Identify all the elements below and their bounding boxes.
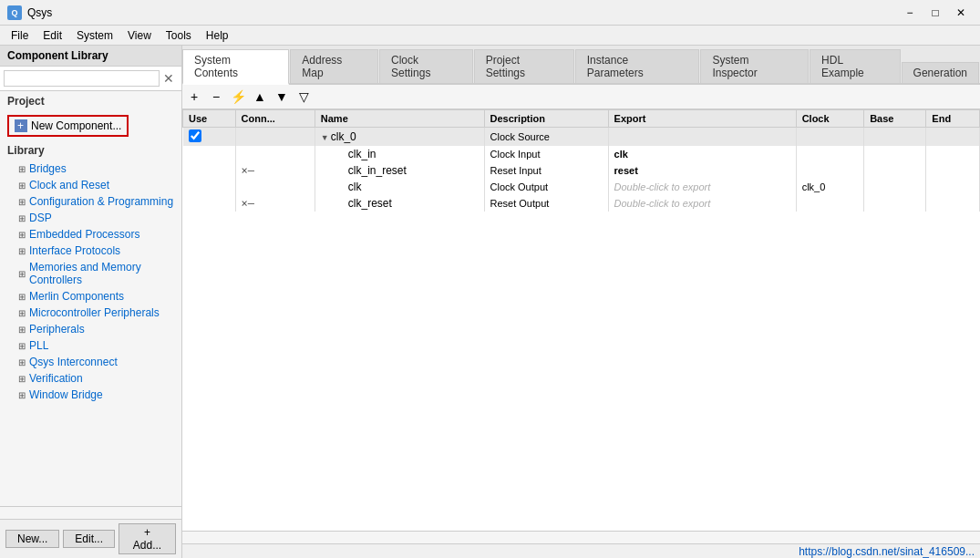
cell-description: Reset Input [484,162,608,179]
add-row-button[interactable]: + [184,87,204,107]
titlebar: Q Qsys − □ ✕ [0,0,980,26]
cell-conn [235,146,315,162]
project-section-label: Project [0,91,181,111]
edit-button[interactable]: Edit... [63,530,115,548]
cell-clock [796,128,864,147]
table-row: ×—clk_in_resetReset Inputreset [183,162,980,179]
add-button[interactable]: + Add... [119,523,176,554]
library-section-label: Library [0,140,181,160]
use-checkbox[interactable] [189,129,201,142]
library-item-merlin-components[interactable]: ⊞Merlin Components [0,288,181,305]
system-contents-table[interactable]: UseConn...NameDescriptionExportClockBase… [182,109,980,531]
cell-use[interactable] [183,128,236,147]
new-button[interactable]: New... [5,530,59,548]
menu-item-help[interactable]: Help [199,27,236,44]
cell-conn [235,128,315,147]
expand-icon: ⊞ [18,308,26,318]
menu-item-file[interactable]: File [4,27,36,44]
library-item-configuration--programming[interactable]: ⊞Configuration & Programming [0,193,181,210]
filter-button[interactable]: ▽ [294,87,314,107]
panel-title: Component Library [0,46,181,67]
library-item-qsys-interconnect[interactable]: ⊞Qsys Interconnect [0,354,181,370]
col-header-description: Description [484,110,608,128]
cell-use [183,146,236,162]
cell-name-text: clk_in [321,148,377,160]
cell-conn [235,179,315,195]
close-button[interactable]: ✕ [949,4,973,22]
svg-text:+: + [17,120,24,131]
maximize-button[interactable]: □ [923,4,947,22]
new-component-label: New Component... [31,119,121,132]
cell-clock [796,146,864,162]
library-tree: ⊞Bridges⊞Clock and Reset⊞Configuration &… [0,160,181,403]
table-header-row: UseConn...NameDescriptionExportClockBase… [183,110,980,128]
content-table: UseConn...NameDescriptionExportClockBase… [182,109,980,212]
expand-icon: ⊞ [18,292,26,302]
cell-end [926,146,980,162]
cell-export[interactable]: reset [608,162,796,179]
library-item-pll[interactable]: ⊞PLL [0,337,181,354]
search-input[interactable] [4,70,160,87]
cell-clock [796,162,864,179]
expand-icon: ⊞ [18,341,26,351]
cell-use [183,195,236,212]
cell-export[interactable]: Double-click to export [608,195,796,212]
table-header: UseConn...NameDescriptionExportClockBase… [183,110,980,128]
cell-base [864,179,926,195]
library-scroll[interactable]: Project + New Component... Library ⊞Brid… [0,91,181,506]
tab-clock-settings[interactable]: Clock Settings [379,49,473,83]
connect-button[interactable]: ⚡ [228,87,248,107]
library-item-dsp[interactable]: ⊞DSP [0,210,181,226]
library-item-bridges[interactable]: ⊞Bridges [0,160,181,177]
tab-system-contents[interactable]: System Contents [182,49,289,85]
library-item-embedded-processors[interactable]: ⊞Embedded Processors [0,226,181,243]
cell-export[interactable]: Double-click to export [608,179,796,195]
search-clear-button[interactable]: ✕ [160,71,178,86]
menu-item-view[interactable]: View [120,27,159,44]
tab-instance-parameters[interactable]: Instance Parameters [575,49,700,83]
tab-address-map[interactable]: Address Map [290,49,378,83]
cell-end [926,195,980,212]
bottom-scrollbar[interactable] [182,531,980,543]
minimize-button[interactable]: − [898,4,922,22]
table-row: ×—clk_resetReset OutputDouble-click to e… [183,195,980,212]
tab-system-inspector[interactable]: System Inspector [700,49,809,83]
move-down-button[interactable]: ▼ [272,87,292,107]
tab-bar: System ContentsAddress MapClock Settings… [182,46,980,85]
menu-item-system[interactable]: System [69,27,120,44]
cell-export[interactable]: clk [608,146,796,162]
expand-icon: ⊞ [18,374,26,384]
cell-base [864,195,926,212]
menubar: FileEditSystemViewToolsHelp [0,26,980,46]
move-up-button[interactable]: ▲ [250,87,270,107]
conn-symbol: ×— [242,197,254,210]
library-item-microcontroller-peripherals[interactable]: ⊞Microcontroller Peripherals [0,305,181,321]
tab-generation[interactable]: Generation [902,62,979,83]
library-item-interface-protocols[interactable]: ⊞Interface Protocols [0,243,181,259]
cell-name: clk_reset [315,195,484,212]
app-title: Qsys [27,6,898,19]
library-item-verification[interactable]: ⊞Verification [0,370,181,387]
expand-icon: ⊞ [18,325,26,335]
table-row: clkClock OutputDouble-click to exportclk… [183,179,980,195]
content-toolbar: + − ⚡ ▲ ▼ ▽ [182,85,980,109]
library-item-memories-and-memory-controllers[interactable]: ⊞Memories and Memory Controllers [0,259,181,288]
tab-hdl-example[interactable]: HDL Example [810,49,901,83]
col-header-export: Export [608,110,796,128]
menu-item-tools[interactable]: Tools [159,27,199,44]
library-item-peripherals[interactable]: ⊞Peripherals [0,321,181,337]
expand-icon: ⊞ [18,230,26,240]
remove-row-button[interactable]: − [206,87,226,107]
cell-export [608,128,796,147]
cell-clock: clk_0 [796,179,864,195]
left-panel-scrollbar[interactable] [0,506,181,519]
new-component-button[interactable]: + New Component... [7,115,129,137]
menu-item-edit[interactable]: Edit [36,27,69,44]
cell-name: clk [315,179,484,195]
expand-icon: ⊞ [18,181,26,191]
expand-icon: ⊞ [18,246,26,256]
library-item-clock-and-reset[interactable]: ⊞Clock and Reset [0,177,181,193]
cell-clock [796,195,864,212]
tab-project-settings[interactable]: Project Settings [474,49,574,83]
library-item-window-bridge[interactable]: ⊞Window Bridge [0,387,181,403]
